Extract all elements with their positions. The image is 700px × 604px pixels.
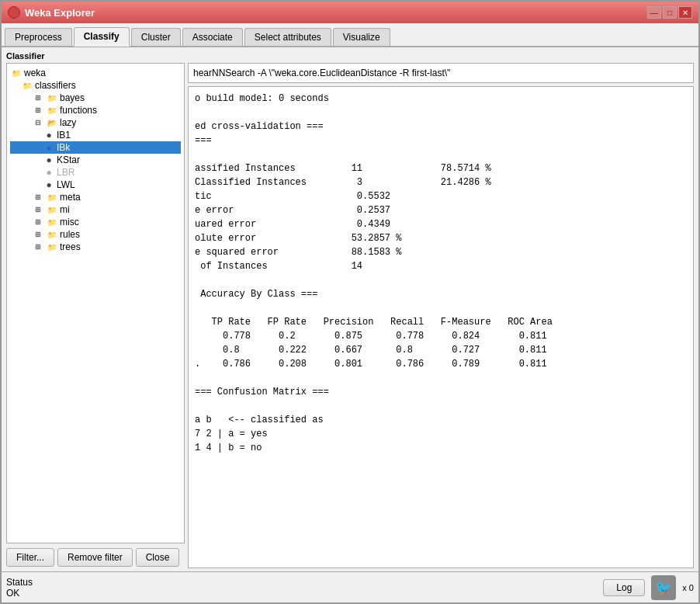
status-left: Status OK <box>6 577 33 599</box>
folder-icon-mi: 📁 <box>46 204 58 215</box>
leaf-icon-ibk: ● <box>43 142 55 153</box>
folder-icon-weka: 📁 <box>10 68 23 78</box>
main-content: 📁 weka 📁 classifiers ⊞ 📁 bayes ⊞ 📁 <box>2 63 698 571</box>
classifier-section: Classifier <box>2 47 698 63</box>
tab-visualize[interactable]: Visualize <box>333 28 390 46</box>
output-area[interactable]: o build model: 0 seconds ed cross-valida… <box>188 86 694 568</box>
close-button[interactable]: Close <box>136 548 180 567</box>
expand-icon-meta: ⊞ <box>32 192 44 203</box>
tree-label-ibk: IBk <box>57 142 70 153</box>
tree-label-classifiers: classifiers <box>35 80 76 91</box>
tree-item-classifiers[interactable]: 📁 classifiers <box>10 79 181 92</box>
folder-icon-rules: 📁 <box>46 229 58 240</box>
tab-associate[interactable]: Associate <box>182 28 243 46</box>
leaf-icon-lbr: ● <box>43 167 55 178</box>
right-panel: hearNNSearch -A \"weka.core.EuclideanDis… <box>188 63 694 568</box>
tree-label-mi: mi <box>60 204 70 215</box>
tree-label-lazy: lazy <box>60 117 76 128</box>
tree-label-bayes: bayes <box>60 92 85 103</box>
tree-item-meta[interactable]: ⊞ 📁 meta <box>10 191 181 203</box>
tree-label-rules: rules <box>60 229 80 240</box>
expand-icon-rules: ⊞ <box>32 229 44 240</box>
expand-icon-bayes: ⊞ <box>32 92 44 103</box>
folder-icon-classifiers: 📁 <box>21 80 33 91</box>
leaf-icon-kstar: ● <box>43 154 55 165</box>
tree-label-lwl: LWL <box>57 179 75 190</box>
tree-label-lbr: LBR <box>57 167 75 178</box>
folder-icon-trees: 📁 <box>46 241 58 252</box>
tree-item-lbr[interactable]: ● LBR <box>10 166 181 179</box>
tree-item-bayes[interactable]: ⊞ 📁 bayes <box>10 92 181 104</box>
tree-item-ib1[interactable]: ● IB1 <box>10 129 181 141</box>
tab-bar: Preprocess Classify Cluster Associate Se… <box>2 23 698 47</box>
tab-preprocess[interactable]: Preprocess <box>5 28 72 46</box>
maximize-button[interactable]: □ <box>663 6 677 19</box>
folder-icon-meta: 📁 <box>46 192 58 203</box>
tree-label-weka: weka <box>24 68 46 78</box>
remove-filter-button[interactable]: Remove filter <box>57 548 133 567</box>
title-bar: Weka Explorer — □ ✕ <box>2 2 698 23</box>
tree-item-functions[interactable]: ⊞ 📁 functions <box>10 104 181 116</box>
tree-item-rules[interactable]: ⊞ 📁 rules <box>10 228 181 241</box>
tree-label-trees: trees <box>60 241 81 252</box>
tree-label-ib1: IB1 <box>57 130 71 141</box>
left-panel: 📁 weka 📁 classifiers ⊞ 📁 bayes ⊞ 📁 <box>6 63 185 568</box>
classifier-options-text: hearNNSearch -A \"weka.core.EuclideanDis… <box>193 68 450 78</box>
tree-item-trees[interactable]: ⊞ 📁 trees <box>10 241 181 253</box>
close-window-button[interactable]: ✕ <box>678 6 692 19</box>
tab-select-attributes[interactable]: Select attributes <box>244 28 331 46</box>
tree-item-ibk[interactable]: ● IBk <box>10 141 181 154</box>
tree-item-kstar[interactable]: ● KStar <box>10 154 181 166</box>
expand-icon-trees: ⊞ <box>32 241 44 252</box>
main-window: Weka Explorer — □ ✕ Preprocess Classify … <box>0 0 700 604</box>
folder-icon-lazy: 📂 <box>46 117 58 128</box>
folder-icon-bayes: 📁 <box>46 92 58 103</box>
expand-icon-misc: ⊞ <box>32 217 44 227</box>
classifier-tree[interactable]: 📁 weka 📁 classifiers ⊞ 📁 bayes ⊞ 📁 <box>6 63 185 543</box>
tree-label-kstar: KStar <box>57 154 80 165</box>
status-value: OK <box>6 588 33 599</box>
status-right: Log 🐦 x 0 <box>603 575 694 600</box>
tab-classify[interactable]: Classify <box>74 27 130 47</box>
tree-item-lwl[interactable]: ● LWL <box>10 179 181 191</box>
button-row: Filter... Remove filter Close <box>6 547 185 568</box>
leaf-icon-ib1: ● <box>43 130 55 141</box>
window-title: Weka Explorer <box>25 7 95 19</box>
tree-item-mi[interactable]: ⊞ 📁 mi <box>10 203 181 216</box>
minimize-button[interactable]: — <box>647 6 661 19</box>
collapse-icon-lazy: ⊟ <box>32 117 44 128</box>
weka-icon <box>8 6 20 19</box>
expand-icon-functions: ⊞ <box>32 105 44 116</box>
title-bar-controls: — □ ✕ <box>647 6 692 19</box>
log-button[interactable]: Log <box>603 579 645 596</box>
expand-icon-mi: ⊞ <box>32 204 44 215</box>
title-bar-left: Weka Explorer <box>8 6 95 19</box>
tab-cluster[interactable]: Cluster <box>131 28 181 46</box>
tree-item-misc[interactable]: ⊞ 📁 misc <box>10 216 181 228</box>
status-label: Status <box>6 577 33 588</box>
tree-item-weka[interactable]: 📁 weka <box>10 67 181 79</box>
classifier-options-bar: hearNNSearch -A \"weka.core.EuclideanDis… <box>188 63 694 83</box>
x0-label: x 0 <box>682 583 694 592</box>
weka-bird-icon: 🐦 <box>651 575 676 600</box>
tree-label-functions: functions <box>60 105 97 116</box>
leaf-icon-lwl: ● <box>43 179 55 190</box>
status-bar: Status OK Log 🐦 x 0 <box>2 571 698 602</box>
tree-item-lazy[interactable]: ⊟ 📂 lazy <box>10 116 181 129</box>
folder-icon-functions: 📁 <box>46 105 58 116</box>
filter-button[interactable]: Filter... <box>6 548 54 567</box>
classifier-label: Classifier <box>6 51 45 61</box>
tree-label-misc: misc <box>60 217 79 227</box>
tree-label-meta: meta <box>60 192 81 203</box>
folder-icon-misc: 📁 <box>46 217 58 227</box>
